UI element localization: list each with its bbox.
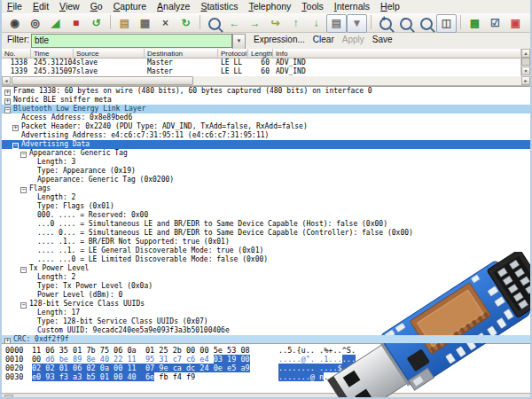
- start-capture-icon: ◢: [51, 17, 59, 29]
- collapse-icon[interactable]: −: [4, 107, 11, 113]
- column-header-source[interactable]: Source: [74, 49, 145, 59]
- tree-row[interactable]: ...0 .... = Simultaneous LE and BR/EDR t…: [2, 220, 530, 229]
- tree-row[interactable]: −Advertising Data: [2, 140, 530, 149]
- tree-row[interactable]: Access Address: 0x8e89bed6: [2, 113, 530, 122]
- mag-badge: −: [403, 14, 407, 23]
- hex-offset: 0000: [5, 346, 32, 355]
- packet-list-vscrollbar[interactable]: ▲ ▼: [520, 49, 530, 76]
- tree-row-label: .... ...0 = LE Limited Discoverable Mode…: [37, 255, 268, 263]
- collapse-icon[interactable]: −: [20, 187, 27, 193]
- reload-file-button[interactable]: ↻: [176, 14, 196, 33]
- packet-list-hscrollbar[interactable]: ◄ ►: [2, 76, 530, 86]
- tree-row[interactable]: Length: 3: [2, 158, 530, 167]
- tree-row[interactable]: −Flags: [2, 184, 530, 193]
- scroll-down-icon[interactable]: ▼: [521, 66, 530, 75]
- coloring-rules-icon: ▣: [511, 17, 520, 29]
- reload-file-icon: ↻: [181, 17, 190, 29]
- filter-save-button[interactable]: Save: [372, 35, 393, 44]
- capture-options-button[interactable]: ◎: [25, 14, 45, 33]
- vscroll-thumb[interactable]: [521, 58, 530, 66]
- go-forward-button[interactable]: →: [245, 14, 265, 33]
- packet-row[interactable]: 1338245.312104slaveMasterLE LL60ADV_IND: [2, 59, 530, 67]
- expand-icon[interactable]: +: [12, 125, 19, 131]
- tree-row[interactable]: Type: Flags (0x01): [2, 202, 530, 211]
- column-header-protocol[interactable]: Protocol: [218, 49, 248, 59]
- list-interfaces-button[interactable]: ◉: [4, 14, 25, 33]
- expand-icon[interactable]: +: [4, 90, 11, 96]
- tree-row[interactable]: +Frame 1338: 60 bytes on wire (480 bits)…: [2, 87, 530, 96]
- tree-row[interactable]: Type: Appearance (0x19): [2, 167, 530, 176]
- menu-item-view[interactable]: View: [54, 0, 85, 12]
- scroll-right-icon[interactable]: ►: [521, 76, 530, 85]
- expand-icon[interactable]: +: [4, 98, 11, 105]
- colorize-toggle-button[interactable]: ▤: [326, 14, 347, 33]
- filter-dropdown-button[interactable]: ▼: [232, 34, 246, 50]
- filter-input[interactable]: btle: [31, 34, 232, 48]
- collapse-icon[interactable]: −: [20, 302, 27, 309]
- column-header-length[interactable]: Length: [248, 49, 273, 59]
- zoom-100-button[interactable]: [416, 14, 436, 33]
- tree-row[interactable]: +CRC: 0xdf2f9f: [2, 335, 530, 343]
- resize-columns-button[interactable]: ◫: [436, 14, 457, 33]
- collapse-icon[interactable]: −: [20, 267, 27, 273]
- menu-item-statistics[interactable]: Statistics: [195, 0, 243, 12]
- capture-options-icon: ◎: [30, 17, 39, 29]
- menu-item-go[interactable]: Go: [85, 0, 108, 12]
- tree-row[interactable]: −Appearance: Generic Tag: [2, 149, 530, 158]
- menu-item-help[interactable]: Help: [375, 0, 405, 12]
- tree-row-label: Power Level (dBm): 0: [37, 291, 122, 299]
- collapse-icon[interactable]: −: [12, 143, 19, 149]
- tree-row[interactable]: Length: 2: [2, 193, 530, 202]
- packet-row[interactable]: 1339245.315097slaveMasterLE LL60ADV_IND: [2, 67, 530, 76]
- menu-item-telephony[interactable]: Telephony: [243, 0, 296, 12]
- menu-item-file[interactable]: File: [2, 0, 27, 12]
- menu-item-edit[interactable]: Edit: [27, 0, 54, 12]
- save-file-button[interactable]: ▦: [135, 14, 155, 33]
- preferences-button[interactable]: ∗: [526, 14, 532, 33]
- go-to-top-button[interactable]: ↑: [286, 14, 306, 33]
- filter-expression-button[interactable]: Expression...: [254, 35, 305, 44]
- tree-row[interactable]: Appearance: Generic Tag (0x0200): [2, 176, 530, 184]
- collapse-icon[interactable]: −: [20, 152, 27, 158]
- zoom-out-button[interactable]: −: [395, 14, 416, 33]
- tree-row[interactable]: .... .1.. = BR/EDR Not Supported: true (…: [2, 238, 530, 246]
- filter-clear-button[interactable]: Clear: [313, 35, 334, 44]
- hscroll-thumb[interactable]: [12, 76, 193, 85]
- tree-row[interactable]: −Bluetooth Low Energy Link Layer: [2, 105, 530, 113]
- expand-icon[interactable]: +: [4, 338, 11, 343]
- tree-row[interactable]: 000. .... = Reserved: 0x00: [2, 211, 530, 220]
- cell-source: slave: [74, 67, 145, 76]
- menu-item-capture[interactable]: Capture: [108, 0, 152, 12]
- autoscroll-toggle-button[interactable]: ▼: [347, 14, 367, 33]
- capture-filters-check-button[interactable]: ☑: [485, 14, 505, 33]
- start-capture-button[interactable]: ◢: [45, 14, 66, 33]
- menu-item-tools[interactable]: Tools: [296, 0, 329, 12]
- go-to-bottom-button[interactable]: ↓: [306, 14, 326, 33]
- find-packet-button[interactable]: [204, 14, 224, 33]
- colorize-rules-icon: ▩: [470, 17, 480, 29]
- menu-item-analyze[interactable]: Analyze: [152, 0, 195, 12]
- menu-item-internals[interactable]: Internals: [329, 0, 375, 12]
- scroll-up-icon[interactable]: ▲: [521, 49, 530, 58]
- cell-source: slave: [74, 59, 145, 67]
- zoom-in-button[interactable]: +: [375, 14, 395, 33]
- scroll-left-icon[interactable]: ◄: [2, 76, 11, 85]
- go-back-button[interactable]: ←: [224, 14, 245, 33]
- tree-row[interactable]: .... 0... = Simultaneous LE and BR/EDR t…: [2, 229, 530, 238]
- restart-capture-button[interactable]: ↺: [86, 14, 106, 33]
- coloring-rules-button[interactable]: ▣: [505, 14, 526, 33]
- close-file-button[interactable]: ×: [155, 14, 176, 33]
- column-header-destination[interactable]: Destination: [145, 49, 218, 59]
- tree-row[interactable]: +Nordic BLE sniffer meta: [2, 96, 530, 105]
- go-to-packet-button[interactable]: ↪: [265, 14, 286, 33]
- cell-destination: Master: [145, 67, 218, 76]
- tree-row[interactable]: Advertising Address: e4:c6:c7:31:95:11 (…: [2, 131, 530, 140]
- column-header-time[interactable]: Time: [31, 49, 74, 59]
- tree-row[interactable]: +Packet Header: 0x2240 (PDU Type: ADV_IN…: [2, 122, 530, 131]
- column-header-no[interactable]: No.: [2, 49, 31, 59]
- colorize-rules-button[interactable]: ▩: [465, 14, 485, 33]
- tree-row-label: Length: 2: [37, 193, 75, 201]
- stop-capture-button[interactable]: ■: [66, 14, 86, 33]
- column-header-info[interactable]: Info: [273, 49, 521, 59]
- open-file-button[interactable]: ▤: [114, 14, 135, 33]
